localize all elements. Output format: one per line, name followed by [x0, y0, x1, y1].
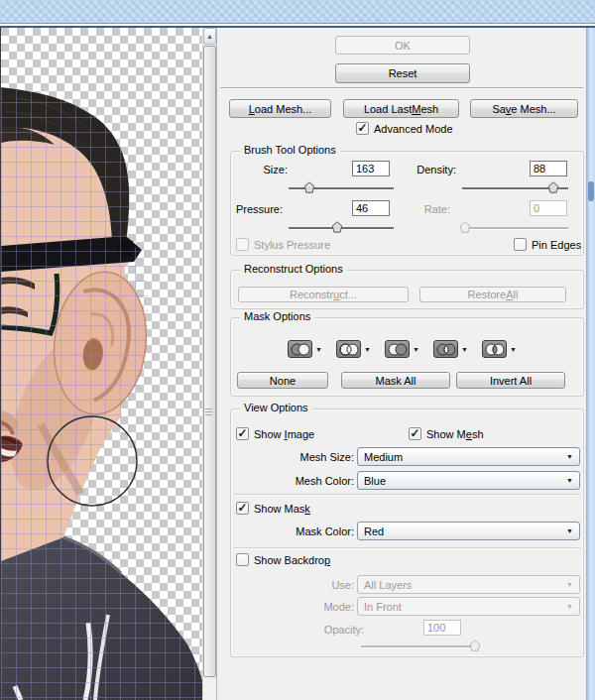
advanced-mode-label: Advanced Mode [374, 123, 453, 135]
mesh-color-label: Mesh Color: [231, 475, 354, 487]
chevron-down-icon: ▼ [566, 527, 573, 534]
pressure-label: Pressure: [231, 203, 283, 215]
show-mesh-label: Show Mesh [426, 428, 484, 440]
show-backdrop-label: Show Backdrop [254, 554, 330, 566]
checkbox-box[interactable] [514, 238, 527, 251]
density-input[interactable] [530, 161, 567, 176]
size-label: Size: [231, 164, 288, 175]
show-mask-checkbox[interactable]: ✓ Show Mask [236, 502, 310, 515]
show-image-checkbox[interactable]: ✓ Show Image [236, 427, 314, 440]
chevron-down-icon: ▼ [566, 477, 573, 484]
save-mesh-button[interactable]: Save Mesh... [470, 99, 578, 118]
preview-vertical-scrollbar[interactable]: ▲ [202, 28, 216, 700]
checkbox-box[interactable]: ✓ [356, 122, 369, 135]
view-divider [233, 494, 581, 495]
opacity-slider [361, 641, 479, 654]
replace-selection-icon[interactable] [288, 340, 312, 358]
group-title: Brush Tool Options [240, 144, 340, 156]
window-titlebar [0, 0, 595, 23]
mode-value: In Front [364, 601, 402, 613]
reconstruct-button[interactable]: Reconstruct... [238, 287, 409, 302]
rate-slider [462, 222, 568, 236]
mesh-size-dropdown[interactable]: Medium ▼ [357, 447, 580, 466]
reset-button[interactable]: Reset [335, 63, 470, 83]
chevron-down-icon[interactable]: ▼ [510, 346, 517, 353]
scroll-up-icon[interactable]: ▲ [203, 28, 216, 45]
load-mesh-button[interactable]: Load Mesh... [229, 99, 331, 118]
checkbox-box[interactable]: ✓ [409, 427, 421, 440]
window-right-edge [585, 28, 595, 700]
mesh-size-label: Mesh Size: [231, 451, 354, 463]
window-edge-accent [588, 181, 594, 201]
liquify-dialog: ▲ OK Reset Load Mesh... Load Last Mesh S… [0, 0, 595, 700]
chevron-down-icon: ▼ [566, 453, 573, 460]
none-button[interactable]: None [237, 372, 328, 389]
liquify-preview-canvas[interactable] [0, 28, 202, 700]
stylus-pressure-label: Stylus Pressure [254, 239, 330, 251]
scrollbar-thumb[interactable] [203, 46, 216, 677]
stylus-pressure-checkbox: Stylus Pressure [236, 238, 330, 251]
show-backdrop-checkbox[interactable]: Show Backdrop [236, 553, 330, 566]
use-label: Use: [231, 579, 354, 591]
show-mesh-checkbox[interactable]: ✓ Show Mesh [409, 427, 484, 440]
section-divider [220, 87, 583, 88]
chevron-down-icon[interactable]: ▼ [461, 346, 468, 353]
ok-button[interactable]: OK [335, 36, 470, 55]
pin-edges-checkbox[interactable]: Pin Edges [514, 238, 581, 251]
invert-selection-icon[interactable] [482, 340, 507, 358]
mesh-size-value: Medium [364, 451, 403, 463]
load-last-mesh-button[interactable]: Load Last Mesh [343, 99, 459, 118]
group-title: Reconstruct Options [240, 263, 347, 275]
brush-tool-options-group: Brush Tool Options Size: Density: Pressu… [230, 151, 584, 256]
view-divider [233, 547, 581, 548]
show-image-label: Show Image [254, 428, 314, 440]
show-mask-label: Show Mask [254, 503, 310, 515]
chevron-down-icon[interactable]: ▼ [315, 346, 322, 353]
mask-color-label: Mask Color: [231, 525, 354, 537]
subtract-from-selection-icon[interactable] [385, 340, 410, 358]
checkbox-box [236, 238, 249, 251]
preview-image [1, 28, 202, 700]
checkbox-box[interactable] [236, 553, 249, 566]
liquify-options-panel: OK Reset Load Mesh... Load Last Mesh Sav… [216, 28, 585, 700]
density-label: Density: [377, 164, 456, 175]
mesh-color-value: Blue [364, 475, 386, 487]
pressure-slider[interactable] [289, 222, 394, 236]
mask-options-group: Mask Options ▼ ▼ ▼ ▼ [230, 317, 584, 397]
opacity-label: Opacity: [231, 624, 364, 636]
use-dropdown: All Layers ▼ [357, 575, 580, 594]
mask-all-button[interactable]: Mask All [341, 372, 450, 389]
restore-all-button[interactable]: Restore All [419, 287, 566, 302]
chevron-down-icon[interactable]: ▼ [364, 346, 371, 353]
mode-label: Mode: [231, 601, 354, 613]
size-slider[interactable] [289, 182, 394, 196]
rate-label: Rate: [377, 203, 450, 215]
group-title: Mask Options [240, 310, 314, 322]
reconstruct-options-group: Reconstruct Options Reconstruct... Resto… [230, 270, 584, 309]
view-options-group: View Options ✓ Show Image ✓ Show Mesh Me… [230, 408, 584, 657]
mask-color-dropdown[interactable]: Red ▼ [357, 522, 580, 540]
intersect-with-selection-icon[interactable] [433, 340, 458, 358]
advanced-mode-checkbox[interactable]: ✓ Advanced Mode [356, 122, 453, 135]
checkbox-box[interactable]: ✓ [236, 427, 249, 440]
density-slider[interactable] [462, 182, 568, 196]
pin-edges-label: Pin Edges [532, 239, 581, 251]
mesh-color-dropdown[interactable]: Blue ▼ [357, 471, 580, 490]
add-to-selection-icon[interactable] [336, 340, 361, 358]
mask-color-value: Red [364, 525, 384, 537]
use-value: All Layers [364, 579, 412, 591]
group-title: View Options [240, 402, 312, 413]
invert-all-button[interactable]: Invert All [456, 372, 565, 389]
opacity-input [423, 620, 461, 636]
chevron-down-icon[interactable]: ▼ [413, 346, 419, 353]
mode-dropdown: In Front ▼ [357, 597, 580, 616]
checkbox-box[interactable]: ✓ [236, 502, 249, 515]
rate-input [530, 200, 567, 216]
chevron-down-icon: ▼ [566, 581, 573, 588]
chevron-down-icon: ▼ [566, 603, 573, 610]
scrollbar-grip [205, 408, 212, 415]
